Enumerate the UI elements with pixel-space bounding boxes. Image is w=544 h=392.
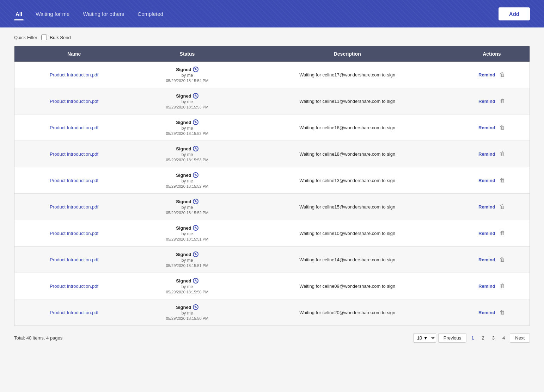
status-date: 05/29/2020 18:15:53 PM xyxy=(166,158,208,162)
document-name-link[interactable]: Product Introduction.pdf xyxy=(50,178,98,183)
delete-button[interactable]: 🗑 xyxy=(500,151,505,157)
status-by: by me xyxy=(182,179,193,183)
cell-status: Signed✎by me05/29/2020 18:15:50 PM xyxy=(134,273,240,299)
bulk-send-checkbox[interactable] xyxy=(41,35,47,40)
add-button[interactable]: Add xyxy=(499,7,530,20)
tab-completed[interactable]: Completed xyxy=(136,8,165,20)
table-row: Product Introduction.pdfSigned✎by me05/2… xyxy=(14,247,530,273)
delete-button[interactable]: 🗑 xyxy=(500,177,505,183)
document-name-link[interactable]: Product Introduction.pdf xyxy=(50,151,98,157)
page-4-button[interactable]: 4 xyxy=(500,334,508,342)
tab-all[interactable]: All xyxy=(14,8,24,20)
document-name-link[interactable]: Product Introduction.pdf xyxy=(50,284,98,289)
table-row: Product Introduction.pdfSigned✎by me05/2… xyxy=(14,114,530,141)
col-status: Status xyxy=(134,46,240,62)
delete-button[interactable]: 🗑 xyxy=(500,283,505,289)
remind-button[interactable]: Remind xyxy=(478,99,495,104)
cell-description: Waiting for celine10@wondershare.com to … xyxy=(241,220,454,247)
document-name-link[interactable]: Product Introduction.pdf xyxy=(50,310,98,315)
quick-filter-label: Quick Filter: xyxy=(14,35,38,40)
delete-button[interactable]: 🗑 xyxy=(500,309,505,316)
status-label: Signed xyxy=(176,278,191,284)
cell-name: Product Introduction.pdf xyxy=(14,194,134,220)
remind-button[interactable]: Remind xyxy=(478,231,495,236)
status-date: 05/29/2020 18:15:50 PM xyxy=(166,316,208,321)
signed-icon: ✎ xyxy=(193,199,198,204)
delete-button[interactable]: 🗑 xyxy=(500,230,505,236)
status-label: Signed xyxy=(176,120,191,125)
delete-button[interactable]: 🗑 xyxy=(500,256,505,263)
remind-button[interactable]: Remind xyxy=(478,151,495,157)
remind-button[interactable]: Remind xyxy=(478,284,495,289)
status-by: by me xyxy=(182,284,193,289)
status-label: Signed xyxy=(176,225,191,231)
status-label: Signed xyxy=(176,199,191,204)
cell-name: Product Introduction.pdf xyxy=(14,167,134,194)
document-name-link[interactable]: Product Introduction.pdf xyxy=(50,257,98,262)
remind-button[interactable]: Remind xyxy=(478,125,495,130)
cell-description: Waiting for celine16@wondershare.com to … xyxy=(241,114,454,141)
col-name: Name xyxy=(14,46,134,62)
signed-icon: ✎ xyxy=(193,146,198,151)
document-name-link[interactable]: Product Introduction.pdf xyxy=(50,231,98,236)
delete-button[interactable]: 🗑 xyxy=(500,124,505,131)
total-info: Total: 40 items, 4 pages xyxy=(14,335,62,341)
table-row: Product Introduction.pdfSigned✎by me05/2… xyxy=(14,167,530,194)
cell-name: Product Introduction.pdf xyxy=(14,273,134,299)
per-page-select[interactable]: 10 ▼ 20 50 xyxy=(413,333,436,343)
document-name-link[interactable]: Product Introduction.pdf xyxy=(50,204,98,210)
tab-waiting-for-me[interactable]: Waiting for me xyxy=(34,8,71,20)
document-name-link[interactable]: Product Introduction.pdf xyxy=(50,72,98,77)
delete-button[interactable]: 🗑 xyxy=(500,204,505,210)
remind-button[interactable]: Remind xyxy=(478,178,495,183)
signed-icon: ✎ xyxy=(193,225,198,231)
table-row: Product Introduction.pdfSigned✎by me05/2… xyxy=(14,62,530,88)
page-3-button[interactable]: 3 xyxy=(489,334,497,342)
status-label: Signed xyxy=(176,252,191,257)
table-row: Product Introduction.pdfSigned✎by me05/2… xyxy=(14,299,530,326)
cell-actions: Remind🗑 xyxy=(454,167,530,194)
cell-description: Waiting for celine11@wondershare.com to … xyxy=(241,88,454,114)
table-header-row: Name Status Description Actions xyxy=(14,46,530,62)
cell-name: Product Introduction.pdf xyxy=(14,114,134,141)
cell-description: Waiting for celine09@wondershare.com to … xyxy=(241,273,454,299)
cell-actions: Remind🗑 xyxy=(454,194,530,220)
signed-icon: ✎ xyxy=(193,172,198,178)
page-2-button[interactable]: 2 xyxy=(479,334,487,342)
previous-button[interactable]: Previous xyxy=(438,333,467,343)
status-label: Signed xyxy=(176,67,191,72)
cell-actions: Remind🗑 xyxy=(454,62,530,88)
cell-status: Signed✎by me05/29/2020 18:15:51 PM xyxy=(134,220,240,247)
table-row: Product Introduction.pdfSigned✎by me05/2… xyxy=(14,88,530,114)
page-1-button[interactable]: 1 xyxy=(469,334,477,342)
documents-table: Name Status Description Actions Product … xyxy=(14,46,530,326)
status-label: Signed xyxy=(176,173,191,178)
delete-button[interactable]: 🗑 xyxy=(500,98,505,104)
cell-status: Signed✎by me05/29/2020 18:15:52 PM xyxy=(134,167,240,194)
table-row: Product Introduction.pdfSigned✎by me05/2… xyxy=(14,141,530,167)
document-name-link[interactable]: Product Introduction.pdf xyxy=(50,125,98,130)
next-button[interactable]: Next xyxy=(510,333,530,343)
status-label: Signed xyxy=(176,305,191,310)
table-row: Product Introduction.pdfSigned✎by me05/2… xyxy=(14,273,530,299)
cell-status: Signed✎by me05/29/2020 18:15:53 PM xyxy=(134,88,240,114)
remind-button[interactable]: Remind xyxy=(478,72,495,77)
status-by: by me xyxy=(182,205,193,210)
cell-actions: Remind🗑 xyxy=(454,88,530,114)
status-by: by me xyxy=(182,258,193,263)
cell-status: Signed✎by me05/29/2020 18:15:50 PM xyxy=(134,299,240,326)
cell-description: Waiting for celine15@wondershare.com to … xyxy=(241,194,454,220)
pagination-bar: Total: 40 items, 4 pages 10 ▼ 20 50 Prev… xyxy=(14,333,530,343)
document-name-link[interactable]: Product Introduction.pdf xyxy=(50,99,98,104)
status-date: 05/29/2020 18:15:51 PM xyxy=(166,263,208,268)
tab-waiting-for-others[interactable]: Waiting for others xyxy=(81,8,126,20)
status-date: 05/29/2020 18:15:52 PM xyxy=(166,184,208,188)
signed-icon: ✎ xyxy=(193,251,198,257)
remind-button[interactable]: Remind xyxy=(478,204,495,210)
remind-button[interactable]: Remind xyxy=(478,257,495,262)
table-row: Product Introduction.pdfSigned✎by me05/2… xyxy=(14,194,530,220)
cell-description: Waiting for celine13@wondershare.com to … xyxy=(241,167,454,194)
remind-button[interactable]: Remind xyxy=(478,310,495,315)
cell-description: Waiting for celine18@wondershare.com to … xyxy=(241,141,454,167)
delete-button[interactable]: 🗑 xyxy=(500,71,505,78)
